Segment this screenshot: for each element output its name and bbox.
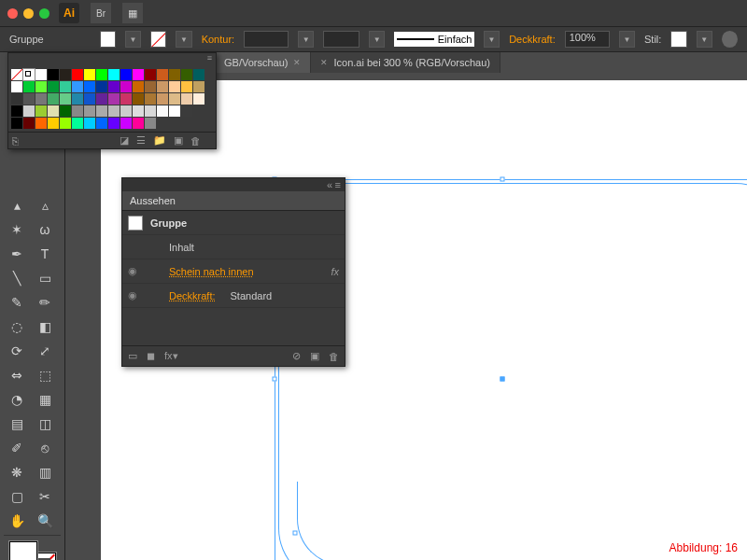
swatch[interactable]	[108, 93, 120, 105]
type-tool[interactable]: T	[32, 243, 58, 265]
swatch[interactable]	[23, 93, 35, 105]
swatch[interactable]	[48, 105, 59, 117]
fill-stroke-control[interactable]	[9, 541, 56, 560]
swatch[interactable]	[96, 93, 107, 105]
kontur-label[interactable]: Kontur:	[202, 34, 234, 45]
swatch[interactable]	[11, 105, 22, 117]
artboard-tool[interactable]: ▢	[4, 485, 30, 508]
contents-row[interactable]: Inhalt	[122, 235, 345, 259]
swatch[interactable]	[60, 69, 71, 80]
swatch[interactable]	[133, 81, 144, 92]
close-icon[interactable]: ✕	[320, 58, 328, 67]
swatch[interactable]	[60, 93, 71, 105]
style-swatch[interactable]	[670, 31, 686, 48]
swatch[interactable]	[48, 118, 59, 129]
fill-box[interactable]	[9, 541, 37, 560]
swatch[interactable]	[60, 81, 71, 92]
zoom-tool[interactable]: 🔍	[32, 510, 58, 532]
style-drop[interactable]: ▼	[697, 31, 712, 48]
swatch[interactable]	[133, 93, 144, 105]
swatch[interactable]	[145, 81, 156, 92]
swatch[interactable]	[23, 81, 35, 92]
fill-swatch[interactable]	[100, 31, 116, 48]
pencil-tool[interactable]: ✏	[32, 291, 58, 314]
swatch[interactable]	[35, 118, 47, 129]
opacity-drop[interactable]: ▼	[619, 31, 635, 48]
swatch[interactable]	[72, 93, 83, 105]
rotate-tool[interactable]: ⟳	[4, 340, 30, 362]
eraser-tool[interactable]: ◧	[32, 315, 58, 338]
magic-wand-tool[interactable]: ✶	[4, 218, 30, 241]
swatch[interactable]	[120, 81, 132, 92]
perspective-tool[interactable]: ▦	[32, 388, 58, 411]
rectangle-tool[interactable]: ▭	[32, 267, 58, 289]
bridge-icon[interactable]: Br	[91, 3, 111, 23]
delete-swatch-icon[interactable]: 🗑	[190, 135, 201, 147]
swatch[interactable]	[108, 118, 120, 129]
opacity-row[interactable]: ◉ Deckkraft: Standard	[122, 284, 345, 308]
pen-tool[interactable]: ✒	[4, 243, 30, 265]
lasso-tool[interactable]: ω	[32, 218, 58, 241]
visibility-toggle[interactable]: ◉	[128, 265, 141, 277]
user-profile-icon[interactable]	[722, 31, 738, 48]
stroke-weight[interactable]	[244, 31, 289, 48]
clear-icon[interactable]: ⊘	[292, 350, 301, 362]
swatch[interactable]	[145, 118, 156, 129]
swatch[interactable]	[169, 69, 180, 80]
swatch[interactable]	[84, 69, 95, 80]
swatch[interactable]	[84, 93, 95, 105]
inner-glow-link[interactable]: Schein nach innen	[169, 266, 254, 277]
swatch[interactable]	[72, 69, 83, 80]
swatch-lib-icon[interactable]: ⎘	[12, 135, 19, 147]
swatch[interactable]	[11, 69, 22, 80]
brush-drop[interactable]: ▼	[484, 31, 500, 48]
stroke-weight-drop[interactable]: ▼	[298, 31, 314, 48]
swatch[interactable]	[35, 93, 47, 105]
swatch[interactable]	[157, 81, 168, 92]
swatch[interactable]	[181, 105, 192, 117]
swatch[interactable]	[181, 93, 192, 105]
opacity-field[interactable]: 100%	[565, 31, 610, 48]
swatch[interactable]	[60, 105, 71, 117]
target-thumb[interactable]	[128, 216, 143, 231]
close-window[interactable]	[7, 8, 18, 19]
swatch[interactable]	[84, 81, 95, 92]
visibility-toggle[interactable]: ◉	[128, 289, 141, 301]
opacity-link[interactable]: Deckkraft:	[169, 290, 216, 301]
swatch[interactable]	[48, 93, 59, 105]
swatch[interactable]	[169, 81, 180, 92]
swatch[interactable]	[48, 81, 59, 92]
add-effect-icon[interactable]: fx▾	[164, 350, 178, 362]
brush-style[interactable]: Einfach	[394, 32, 474, 47]
var-width[interactable]	[323, 31, 359, 48]
panel-menu-icon[interactable]: ≡	[8, 53, 216, 66]
swatch[interactable]	[35, 69, 47, 80]
swatch[interactable]	[145, 69, 156, 80]
blend-tool[interactable]: ⎋	[32, 437, 58, 459]
symbol-sprayer-tool[interactable]: ❋	[4, 461, 30, 483]
new-fill-icon[interactable]: ◼	[147, 350, 155, 362]
swatch[interactable]	[35, 81, 47, 92]
width-tool[interactable]: ⇔	[4, 364, 30, 386]
panel-collapse-icon[interactable]: «	[327, 179, 332, 190]
selection-tool[interactable]: ▴	[4, 194, 30, 217]
swatch[interactable]	[23, 69, 35, 80]
swatch[interactable]	[11, 118, 22, 129]
direct-select-tool[interactable]: ▵	[32, 194, 58, 217]
zoom-window[interactable]	[39, 8, 49, 19]
blob-brush-tool[interactable]: ◌	[4, 315, 30, 338]
close-icon[interactable]: ✕	[293, 58, 301, 67]
free-transform-tool[interactable]: ⬚	[32, 364, 58, 386]
handle-ml[interactable]	[273, 377, 277, 382]
swatch[interactable]	[169, 105, 180, 117]
swatch[interactable]	[60, 118, 71, 129]
graph-tool[interactable]: ▥	[32, 461, 58, 483]
swatch[interactable]	[157, 93, 168, 105]
stroke-swatch-none[interactable]	[150, 31, 166, 48]
scale-tool[interactable]: ⤢	[32, 340, 58, 362]
swatch[interactable]	[72, 105, 83, 117]
swatch[interactable]	[133, 69, 144, 80]
swatch[interactable]	[193, 93, 204, 105]
fill-dropdown[interactable]: ▼	[125, 31, 141, 48]
swatch[interactable]	[96, 69, 107, 80]
